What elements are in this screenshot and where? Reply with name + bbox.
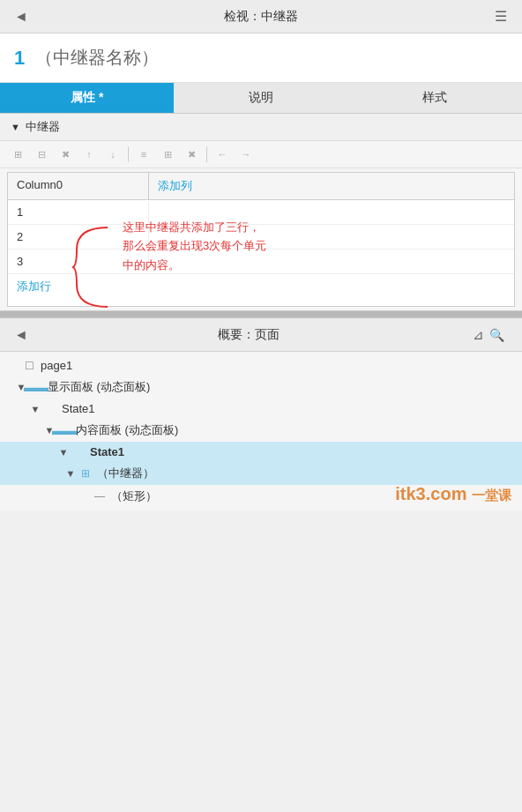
search-icon[interactable]: 🔍 [489, 328, 504, 342]
outline-title: 概要：页面 [32, 327, 466, 343]
tree-item-state1-b[interactable]: ▼ State1 [0, 442, 522, 462]
bottom-back-icon[interactable]: ◄ [11, 327, 32, 343]
panel-icon-content: ▬▬ [56, 424, 72, 436]
table-header: Column0 添加列 [8, 173, 514, 200]
doc-icon[interactable]: ☰ [490, 8, 511, 25]
tree-item-content-panel[interactable]: ▼ ▬▬ 内容面板 (动态面板) [0, 419, 522, 442]
tab-asterisk: * [99, 90, 103, 104]
inspect-title: 检视：中继器 [32, 9, 490, 25]
cell-row1-col0: 2 [8, 226, 149, 248]
tree-item-page1[interactable]: ☐ page1 [0, 355, 522, 376]
tree-item-state1-a[interactable]: ▼ State1 [0, 399, 522, 419]
tab-properties-label: 属性 [71, 90, 95, 104]
tab-properties[interactable]: 属性 * [0, 83, 174, 113]
panel-icon-display: ▬▬ [28, 381, 44, 393]
tab-description[interactable]: 说明 [174, 83, 347, 113]
tree-label-state1-b: State1 [90, 445, 124, 458]
component-header: 1 （中继器名称） [0, 34, 522, 83]
table-row[interactable]: 2 [8, 225, 514, 250]
header-add-column[interactable]: 添加列 [149, 173, 514, 199]
filter-icon[interactable]: ⊿ [473, 327, 484, 343]
chevron-icon: ▼ [11, 122, 20, 132]
tree-label-display-panel: 显示面板 (动态面板) [48, 379, 150, 395]
tab-style-label: 样式 [422, 90, 447, 104]
table-body: 1 2 3 添加行 这里中继器共添加了三行， 那么会重复出现3次每个单元 中的内… [8, 200, 514, 306]
table-row[interactable]: 3 [8, 250, 514, 274]
header-column0: Column0 [8, 173, 149, 199]
cell-row0-col0: 1 [8, 201, 149, 223]
tree-label-rectangle: （矩形） [111, 488, 157, 504]
data-table: Column0 添加列 1 2 3 添加行 这里中继器共添加了 [7, 172, 515, 307]
state1-a-icon [42, 403, 58, 415]
toolbar-btn-left[interactable]: ← [212, 145, 233, 164]
top-panel: ◄ 检视：中继器 ☰ 1 （中继器名称） 属性 * 说明 样式 ▼ 中继器 ⊞ … [0, 0, 522, 311]
cell-row2-col1 [149, 257, 514, 266]
minus-icon: — [92, 490, 108, 503]
table-row[interactable]: 1 [8, 200, 514, 225]
bottom-title-bar: ◄ 概要：页面 ⊿ 🔍 [0, 318, 522, 352]
tree-label-state1-a: State1 [62, 402, 95, 415]
toolbar-btn-4[interactable]: ≡ [133, 145, 154, 164]
toolbar-btn-up[interactable]: ↑ [78, 145, 100, 164]
tree-item-rectangle[interactable]: — （矩形） [0, 485, 522, 508]
cell-row0-col1 [149, 208, 514, 217]
arrow-state1-b: ▼ [56, 447, 71, 458]
section-header: ▼ 中继器 [0, 114, 522, 141]
tree-label-content-panel: 内容面板 (动态面板) [76, 422, 178, 438]
toolbar-btn-right[interactable]: → [235, 145, 257, 164]
bottom-toolbar: ⊿ 🔍 [466, 327, 511, 343]
toolbar-sep-1 [128, 146, 129, 162]
top-title-bar: ◄ 检视：中继器 ☰ [0, 0, 522, 34]
arrow-state1-a: ▼ [28, 404, 42, 414]
tab-style[interactable]: 样式 [348, 83, 522, 113]
toolbar-sep-2 [206, 146, 207, 162]
add-row-button[interactable]: 添加行 [8, 274, 514, 299]
state1-b-icon [71, 446, 86, 458]
toolbar-btn-3[interactable]: ✖ [55, 145, 76, 164]
cell-row2-col0: 3 [8, 250, 149, 272]
back-icon[interactable]: ◄ [11, 9, 32, 25]
tree-container: ☐ page1 ▼ ▬▬ 显示面板 (动态面板) ▼ State1 ▼ ▬▬ 内… [0, 352, 522, 511]
component-name: （中继器名称） [35, 46, 159, 70]
component-number: 1 [14, 47, 25, 70]
cell-row1-col1 [149, 233, 514, 242]
tab-description-label: 说明 [249, 90, 273, 104]
tree-item-repeater[interactable]: ▼ ⊞ （中继器） [0, 462, 522, 485]
bottom-panel: ◄ 概要：页面 ⊿ 🔍 ☐ page1 ▼ ▬▬ 显示面板 (动态面板) ▼ S… [0, 317, 522, 511]
toolbar-btn-1[interactable]: ⊞ [7, 145, 28, 164]
tree-item-display-panel[interactable]: ▼ ▬▬ 显示面板 (动态面板) [0, 376, 522, 399]
tree-label-page1: page1 [41, 359, 72, 372]
toolbar-btn-6[interactable]: ✖ [181, 145, 202, 164]
toolbar-btn-2[interactable]: ⊟ [31, 145, 52, 164]
page-icon: ☐ [21, 360, 37, 372]
toolbar-row: ⊞ ⊟ ✖ ↑ ↓ ≡ ⊞ ✖ ← → [0, 141, 522, 168]
grid-icon: ⊞ [78, 467, 93, 480]
tree-label-repeater: （中继器） [97, 466, 154, 481]
toolbar-btn-down[interactable]: ↓ [102, 145, 123, 164]
toolbar-btn-5[interactable]: ⊞ [157, 145, 178, 164]
section-label: 中继器 [26, 119, 60, 135]
tabs-row: 属性 * 说明 样式 [0, 83, 522, 114]
arrow-repeater: ▼ [63, 468, 78, 479]
